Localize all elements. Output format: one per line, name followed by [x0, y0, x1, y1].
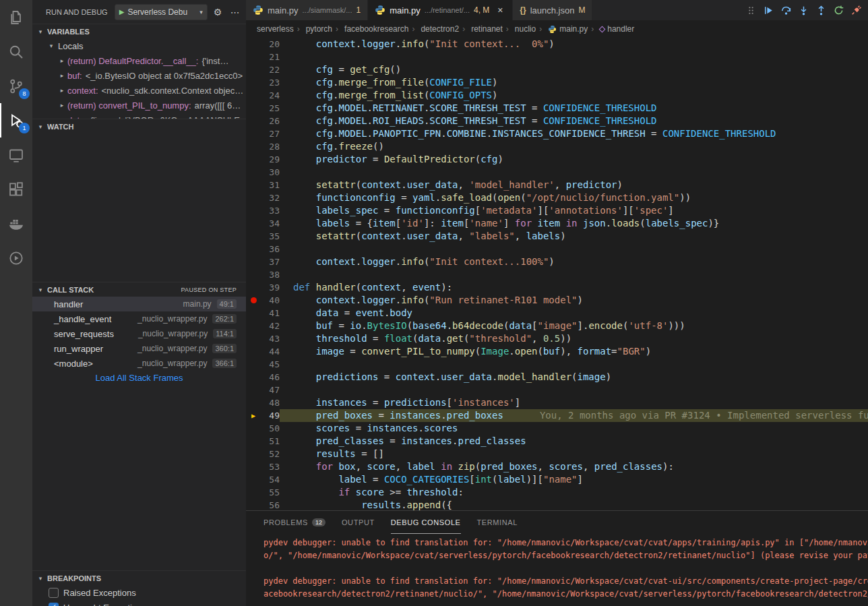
step-out-button[interactable] [813, 2, 829, 18]
variable-row[interactable]: ▸ (return) convert_PIL_to_numpy: array([… [32, 98, 246, 113]
code-line-42[interactable]: 42 buf = io.BytesIO(base64.b64decode(dat… [246, 320, 868, 332]
stack-frame-serve-requests[interactable]: serve_requests _nuclio_wrapper.py 114:1 [32, 326, 246, 341]
code-line-29[interactable]: 29 predictor = DefaultPredictor(cfg) [246, 153, 868, 166]
panel-tab-debug-console[interactable]: DEBUG CONSOLE [391, 511, 461, 534]
code-editor[interactable]: 20 context.logger.info("Init context... … [246, 38, 868, 510]
breakpoint-raised-exceptions[interactable]: Raised Exceptions [32, 585, 246, 600]
panel-tab-terminal[interactable]: TERMINAL [477, 511, 518, 534]
breadcrumb-item[interactable]: detectron2 [408, 24, 459, 34]
more-actions-icon[interactable]: ⋯ [228, 7, 242, 18]
watch-section-header[interactable]: ▾ WATCH [32, 119, 246, 133]
step-over-button[interactable] [778, 2, 794, 18]
glyph-margin[interactable] [246, 204, 261, 217]
step-into-button[interactable] [795, 2, 811, 18]
glyph-margin[interactable] [246, 127, 261, 140]
code-line-26[interactable]: 26 cfg.MODEL.ROI_HEADS.SCORE_THRESH_TEST… [246, 115, 868, 127]
code-line-24[interactable]: 24 cfg.merge_from_list(CONFIG_OPTS) [246, 89, 868, 102]
breadcrumb-item-file[interactable]: main.py [536, 24, 588, 34]
glyph-margin[interactable] [246, 255, 261, 268]
code-line-54[interactable]: 54 label = COCO_CATEGORIES[int(label)]["… [246, 473, 868, 486]
glyph-margin[interactable] [246, 166, 261, 179]
glyph-margin[interactable] [246, 345, 261, 358]
glyph-margin[interactable] [246, 384, 261, 396]
code-line-22[interactable]: 22 cfg = get_cfg() [246, 63, 868, 76]
variable-row[interactable]: ▸ data: {'image': 'iVBORw0KGgoAAAANSUhE… [32, 113, 246, 119]
code-line-21[interactable]: 21 [246, 51, 868, 63]
glyph-margin[interactable] [246, 371, 261, 384]
disconnect-button[interactable] [848, 2, 864, 18]
start-debugging-icon[interactable]: ▶ [119, 8, 125, 16]
activity-explorer[interactable] [0, 0, 32, 34]
glyph-margin[interactable] [246, 473, 261, 486]
code-line-25[interactable]: 25 cfg.MODEL.RETINANET.SCORE_THRESH_TEST… [246, 102, 868, 115]
toolbar-drag-handle[interactable] [743, 2, 759, 18]
code-line-53[interactable]: 53 for box, score, label in zip(pred_box… [246, 460, 868, 473]
breadcrumb-item[interactable]: nuclio [503, 24, 536, 34]
code-line-49[interactable]: ▶49 pred_boxes = instances.pred_boxesYou… [246, 409, 868, 422]
code-line-46[interactable]: 46 predictions = context.user_data.model… [246, 371, 868, 384]
glyph-margin[interactable] [246, 38, 261, 51]
activity-test-explorer[interactable] [0, 241, 32, 275]
glyph-margin[interactable] [246, 268, 261, 281]
code-line-41[interactable]: 41 data = event.body [246, 307, 868, 320]
debug-gear-icon[interactable]: ⚙ [211, 7, 225, 18]
code-line-35[interactable]: 35 setattr(context.user_data, "labels", … [246, 230, 868, 243]
activity-remote-explorer[interactable] [0, 138, 32, 172]
breadcrumb-item[interactable]: pytorch [294, 24, 332, 34]
glyph-margin[interactable] [246, 435, 261, 448]
code-line-32[interactable]: 32 functionconfig = yaml.safe_load(open(… [246, 191, 868, 204]
variable-row[interactable]: ▸ context: <nuclio_sdk.context.Context o… [32, 83, 246, 98]
stack-frame-handler[interactable]: handler main.py 49:1 [32, 297, 246, 311]
code-line-27[interactable]: 27 cfg.MODEL.PANOPTIC_FPN.COMBINE.INSTAN… [246, 127, 868, 140]
code-line-34[interactable]: 34 labels = {item['id']: item['name'] fo… [246, 217, 868, 230]
stack-frame-module[interactable]: <module> _nuclio_wrapper.py 366:1 [32, 356, 246, 371]
glyph-margin[interactable] [246, 486, 261, 499]
glyph-margin[interactable] [246, 63, 261, 76]
code-line-36[interactable]: 36 [246, 243, 868, 255]
code-line-56[interactable]: 56 results.append({ [246, 499, 868, 510]
activity-run-debug[interactable]: 1 [0, 103, 32, 138]
tab-launch-json[interactable]: {} launch.json M [513, 0, 592, 20]
code-line-50[interactable]: 50 scores = instances.scores [246, 422, 868, 435]
glyph-margin[interactable] [246, 332, 261, 345]
code-line-55[interactable]: 55 if score >= threshold: [246, 486, 868, 499]
glyph-margin[interactable] [246, 281, 261, 294]
glyph-margin[interactable] [246, 307, 261, 320]
glyph-margin[interactable] [246, 102, 261, 115]
close-icon[interactable]: × [495, 5, 505, 16]
code-line-48[interactable]: 48 instances = predictions['instances'] [246, 396, 868, 409]
glyph-margin[interactable] [246, 76, 261, 89]
glyph-margin[interactable] [246, 448, 261, 460]
activity-docker[interactable] [0, 206, 32, 241]
panel-tab-problems[interactable]: PROBLEMS 12 [264, 511, 326, 534]
glyph-margin[interactable] [246, 51, 261, 63]
glyph-margin[interactable] [246, 243, 261, 255]
stack-frame-handle-event[interactable]: _handle_event _nuclio_wrapper.py 262:1 [32, 311, 246, 326]
glyph-margin[interactable] [246, 422, 261, 435]
code-line-40[interactable]: 40 context.logger.info("Run retinanet-R1… [246, 294, 868, 307]
tab-main-py-retinanet[interactable]: main.py .../retinanet/... 4, M × [368, 0, 513, 20]
code-line-38[interactable]: 38 [246, 268, 868, 281]
code-line-52[interactable]: 52 results = [] [246, 448, 868, 460]
code-line-51[interactable]: 51 pred_classes = instances.pred_classes [246, 435, 868, 448]
breadcrumb-item-symbol[interactable]: handler [588, 24, 634, 34]
code-line-31[interactable]: 31 setattr(context.user_data, 'model_han… [246, 179, 868, 191]
glyph-margin[interactable] [246, 358, 261, 371]
variables-section-header[interactable]: ▾ VARIABLES [32, 24, 246, 38]
stack-frame-run-wrapper[interactable]: run_wrapper _nuclio_wrapper.py 360:1 [32, 341, 246, 356]
activity-search[interactable] [0, 34, 32, 69]
checkbox[interactable] [49, 588, 59, 598]
code-line-28[interactable]: 28 cfg.freeze() [246, 140, 868, 153]
debug-config-dropdown[interactable]: ▶ Serverless Debu ▾ [115, 4, 208, 20]
code-line-43[interactable]: 43 threshold = float(data.get("threshold… [246, 332, 868, 345]
glyph-margin[interactable] [246, 217, 261, 230]
variable-row[interactable]: ▸ (return) DefaultPredictor.__call__: {'… [32, 53, 246, 68]
glyph-margin[interactable] [246, 179, 261, 191]
glyph-margin[interactable] [246, 115, 261, 127]
scope-locals[interactable]: ▾ Locals [32, 38, 246, 53]
glyph-margin[interactable] [246, 153, 261, 166]
code-line-33[interactable]: 33 labels_spec = functionconfig['metadat… [246, 204, 868, 217]
continue-button[interactable] [760, 2, 776, 18]
variable-row[interactable]: ▸ buf: <_io.BytesIO object at 0x7f5a2dc1… [32, 68, 246, 83]
activity-source-control[interactable]: 8 [0, 69, 32, 103]
